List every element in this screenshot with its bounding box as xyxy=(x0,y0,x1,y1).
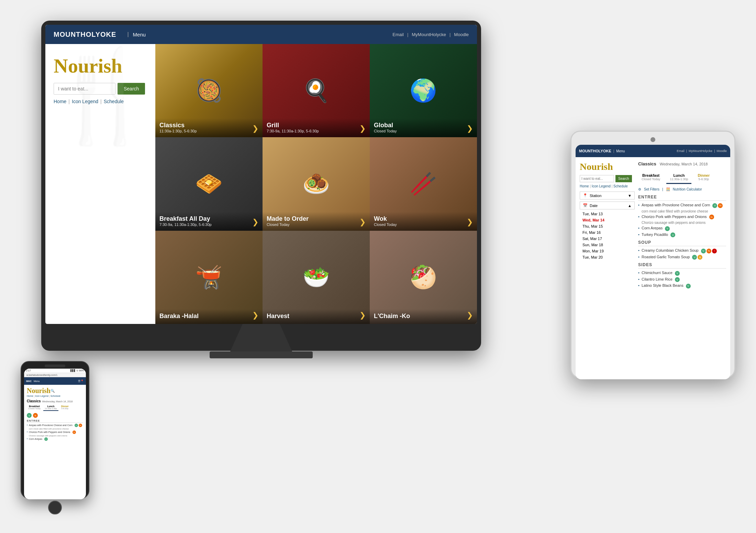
sides-vegan-icon: V xyxy=(686,284,691,289)
tablet-tab-breakfast[interactable]: Breakfast Closed Today xyxy=(638,171,664,184)
tablet-home-link[interactable]: Home xyxy=(580,184,589,188)
set-filters-link[interactable]: Set Filters xyxy=(644,187,659,191)
station-dropdown-icon: ▼ xyxy=(628,194,632,198)
cell-madetoorder-name: Made to Order xyxy=(267,215,366,222)
phone-url-text: w.tashatudorandfamily.com/1 xyxy=(26,374,57,376)
phone-url-bar[interactable]: w.tashatudorandfamily.com/1 xyxy=(24,373,86,377)
grid-cell-breakfast[interactable]: 🧇 Breakfast All Day 7:30-9a, 11:30a-1:30… xyxy=(155,137,263,230)
phone-wifi-icon: ⊙ xyxy=(76,369,78,372)
tablet-search-input[interactable] xyxy=(580,175,614,182)
desktop-sidebar-links: Home | Icon Legend | Schedule xyxy=(54,99,147,104)
tablet-entree-item-4: Turkey Picadillo V xyxy=(638,232,726,238)
soup-b-icon: B xyxy=(698,255,702,260)
phone-n-icon: N xyxy=(79,424,82,427)
tablet-entree-desc-2: Chorizo sausage with peppers and onions xyxy=(638,221,726,225)
sides-icons-2: V xyxy=(675,277,680,282)
phone-entree-item-2: Chorizo Pork with Peppers and Onions N xyxy=(27,431,83,434)
grid-cell-grill[interactable]: 🍳 Grill 7:30-9a, 11:30a-1:30p, 5-6:30p ❯ xyxy=(263,44,370,137)
desktop-nav-menu[interactable]: Menu xyxy=(133,32,146,37)
sidebar-home-link[interactable]: Home xyxy=(54,99,66,104)
phone-search-icon[interactable]: 🔍 xyxy=(51,389,55,393)
soup-x-icon: ! xyxy=(712,249,717,253)
grid-cell-madetoorder[interactable]: 🧆 Made to Order Closed Today ❯ xyxy=(263,137,370,230)
phone-entree-icons-2: N xyxy=(73,431,76,434)
nav-moodle-link[interactable]: Moodle xyxy=(454,32,469,37)
tablet-schedule-link[interactable]: Schedule xyxy=(613,184,628,188)
phone-entree-desc-2: Chorizo sausage with peppers and onions xyxy=(27,435,83,437)
phone-lunch-sub: 11:30a-1:30p xyxy=(45,407,57,410)
tablet-sides-item-2: Cilantro Lime Rice V xyxy=(638,277,726,282)
grid-cell-lchaim[interactable]: 🥙 L'Chaim -Ko ❯ xyxy=(370,231,477,324)
cell-wok-name: Wok xyxy=(374,215,473,222)
tablet-camera xyxy=(651,137,655,142)
phone-breakfast-sub: Closed Today xyxy=(28,407,41,410)
tablet-nav-links: Email | MyMountHolycke | Moodle xyxy=(677,149,727,153)
monitor: MOUNTHOLYOKE | Menu Email | MyMountHolyc… xyxy=(41,21,481,351)
date-mon-19[interactable]: Mon, Mar 19 xyxy=(580,248,635,254)
phone-screen: 2:17 ▋▋▋ ⊙ 86% w.tashatudorandfamily.com… xyxy=(24,369,86,499)
grid-cell-baraka[interactable]: 🫕 Baraka -Halal ❯ xyxy=(155,231,263,324)
phone-icon-legend-link[interactable]: Icon Legend xyxy=(35,395,48,397)
cell-madetoorder-hours: Closed Today xyxy=(267,222,366,227)
date-select[interactable]: 📅 Date ▲ xyxy=(580,202,635,209)
phone-entree-desc-1: corn meal cake filled with provolone che… xyxy=(27,428,83,430)
phone-nav-location: 📍 xyxy=(80,380,84,383)
phone-schedule-link[interactable]: Schedule xyxy=(51,395,60,397)
soup-icons-1: V N ! xyxy=(701,249,717,253)
grid-cell-classics[interactable]: 🥘 Classics 11:30a-1:30p, 5-6:30p ❯ xyxy=(155,44,263,137)
cell-wok-hours: Closed Today xyxy=(374,222,473,227)
tablet-icon-legend-link[interactable]: Icon Legend xyxy=(592,184,611,188)
tablet-soup-item-1: Creamy Columbian Chicken Soup V N ! xyxy=(638,248,726,253)
date-tue-13[interactable]: Tue, Mar 13 xyxy=(580,211,635,217)
grid-cell-wok[interactable]: 🥢 Wok Closed Today ❯ xyxy=(370,137,477,230)
phone-tab-lunch[interactable]: Lunch 11:30a-1:30p xyxy=(43,404,58,411)
phone-home-button[interactable] xyxy=(48,501,62,514)
date-wed-14[interactable]: Wed, Mar 14 xyxy=(580,217,635,223)
grid-cell-harvest[interactable]: 🥗 Harvest ❯ xyxy=(263,231,370,324)
tablet-right-col: Classics Wednesday, March 14, 2018 Break… xyxy=(638,161,726,291)
tablet-tab-lunch[interactable]: Lunch 11:30a-1:30p xyxy=(666,171,691,184)
tablet-nav-menu[interactable]: Menu xyxy=(616,149,625,153)
grid-cell-global[interactable]: 🌍 Global Closed Today ❯ xyxy=(370,44,477,137)
date-fri-16[interactable]: Fri, Mar 16 xyxy=(580,229,635,236)
date-sat-17[interactable]: Sat, Mar 17 xyxy=(580,236,635,242)
cell-baraka-name: Baraka -Halal xyxy=(159,313,258,320)
tablet-search-button[interactable]: Search xyxy=(615,175,632,182)
phone-nav-icon[interactable]: ☰ xyxy=(78,380,80,383)
nutrition-calculator-link[interactable]: Nutrition Calculator xyxy=(673,187,702,191)
phone-filter-n[interactable]: N xyxy=(33,413,38,418)
phone: 2:17 ▋▋▋ ⊙ 86% w.tashatudorandfamily.com… xyxy=(21,361,89,499)
tablet-soup-section: SOUP Creamy Columbian Chicken Soup V N ! xyxy=(638,240,726,260)
phone-tab-dinner[interactable]: Dinner 5-6:30p xyxy=(60,404,70,411)
tablet-breakfast-label: Breakfast xyxy=(642,173,660,177)
phone-entree-header: ENTREE xyxy=(27,419,83,423)
location-icon: 📍 xyxy=(583,193,588,198)
station-select[interactable]: 📍 Station ▼ xyxy=(580,192,635,199)
search-input[interactable] xyxy=(54,83,115,95)
sidebar-icon-legend-link[interactable]: Icon Legend xyxy=(72,99,98,104)
search-button[interactable]: Search xyxy=(118,83,145,95)
entree-icons-3: V xyxy=(665,226,670,231)
phone-filter-v[interactable]: V xyxy=(27,413,32,418)
phone-tab-breakfast[interactable]: Breakfast Closed Today xyxy=(27,404,42,411)
phone-time: 2:17 xyxy=(26,369,31,372)
phone-home-link[interactable]: Home xyxy=(27,395,33,397)
tablet-section-title: Classics xyxy=(638,161,656,166)
cell-classics-name: Classics xyxy=(159,122,258,129)
date-sun-18[interactable]: Sun, Mar 18 xyxy=(580,242,635,248)
tablet-section-header: Classics Wednesday, March 14, 2018 xyxy=(638,161,726,169)
tablet-dinner-sub: 5-6:30p xyxy=(698,177,710,181)
date-thu-15[interactable]: Thu, Mar 15 xyxy=(580,223,635,229)
date-label: Date xyxy=(590,204,598,208)
sidebar-schedule-link[interactable]: Schedule xyxy=(104,99,124,104)
tablet-tab-dinner[interactable]: Dinner 5-6:30p xyxy=(694,171,713,184)
sides-v2-icon: V xyxy=(675,277,680,282)
phone-nav-menu[interactable]: Menu xyxy=(34,380,40,382)
tablet-nourish-title: Nourish xyxy=(580,161,635,172)
tablet-sides-item-1: Chimichurri Sauce V xyxy=(638,271,726,276)
date-tue-20[interactable]: Tue, Mar 20 xyxy=(580,254,635,260)
tablet-entree-item-3: Corn Arepas V xyxy=(638,226,726,231)
phone-battery: ▋▋▋ ⊙ 86% xyxy=(70,369,84,372)
nav-email-link[interactable]: Email xyxy=(392,32,404,37)
nav-mymount-link[interactable]: MyMountHolycke xyxy=(412,32,446,37)
